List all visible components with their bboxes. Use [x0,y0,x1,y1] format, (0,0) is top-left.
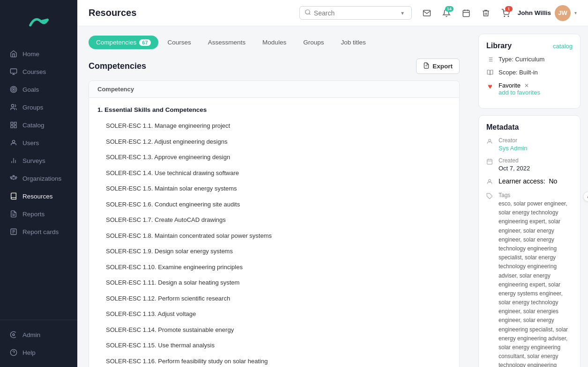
resources-icon [9,192,18,200]
logo[interactable] [25,7,53,36]
sidebar-item-courses[interactable]: Courses [0,63,77,81]
tag-icon [486,193,494,201]
table-row[interactable]: SOLER-ESC 1.8. Maintain concentrated sol… [89,228,459,244]
sidebar-item-organizations[interactable]: Organizations [0,169,77,187]
content-area: Competencies 67 Courses Assessments Modu… [77,26,588,367]
search-input[interactable] [314,9,398,17]
creator-icon [486,138,494,146]
sidebar-item-catalog[interactable]: Catalog [0,116,77,134]
svg-rect-21 [463,10,469,17]
sidebar-item-home[interactable]: Home [0,45,77,63]
table-row[interactable]: SOLER-ESC 1.3. Approve engineering desig… [89,149,459,165]
table-row[interactable]: SOLER-ESC 1.11. Design a solar heating s… [89,275,459,291]
tab-modules-label: Modules [262,39,286,46]
library-scope-row: Scope: Built-in [486,69,573,77]
tab-job-titles[interactable]: Job titles [333,36,373,49]
sidebar-item-users[interactable]: Users [0,134,77,152]
library-catalog-link[interactable]: catalog [553,43,573,50]
scope-icon [486,69,494,77]
sidebar-item-report-cards[interactable]: Report cards [0,223,77,241]
type-icon [486,56,494,64]
add-to-favorites-link[interactable]: add to favorites [499,89,540,96]
svg-point-26 [508,16,509,17]
search-dropdown-icon[interactable]: ▾ [401,10,404,16]
sidebar-item-admin[interactable]: Admin [0,326,77,344]
admin-icon [9,330,18,339]
table-row[interactable]: SOLER-ESC 1.7. Create AutoCAD drawings [89,212,459,228]
users-icon [9,139,18,147]
table-row[interactable]: SOLER-ESC 1.10. Examine engineering prin… [89,259,459,275]
library-type-row: Type: Curriculum [486,56,573,64]
svg-point-25 [504,16,505,17]
export-icon [423,62,430,70]
mail-button[interactable] [419,6,434,21]
search-icon [305,9,311,17]
sidebar-bottom: Admin Help [0,320,77,367]
tabs: Competencies 67 Courses Assessments Modu… [89,36,460,49]
table-row[interactable]: SOLER-ESC 1.9. Design solar energy syste… [89,243,459,259]
svg-point-34 [489,139,491,141]
header-icons: 14 1 John Willis JW ▾ [419,5,577,21]
table-col-label: Competency [97,86,134,93]
help-icon [9,348,18,357]
notification-badge: 14 [445,6,454,12]
sidebar-item-label: Organizations [22,175,61,182]
svg-point-9 [12,140,15,143]
sidebar-item-label: Report cards [22,228,59,235]
table-row[interactable]: 1. Essential Skills and Competences [89,101,459,118]
trash-button[interactable] [478,6,493,21]
right-panel: Library catalog Type: Curriculum [471,26,588,367]
sidebar-item-surveys[interactable]: Surveys [0,152,77,169]
tab-job-titles-label: Job titles [341,39,365,46]
sidebar-nav: Home Courses Goals Groups Catalog [0,45,77,320]
export-button[interactable]: Export [416,59,460,74]
page-title: Resources [89,7,136,18]
svg-line-20 [309,14,311,15]
table-row[interactable]: SOLER-ESC 1.6. Conduct engineering site … [89,197,459,213]
tab-courses[interactable]: Courses [160,36,199,49]
table-row[interactable]: SOLER-ESC 1.13. Adjust voltage [89,306,459,322]
sidebar-item-help[interactable]: Help [0,344,77,361]
user-chevron-icon: ▾ [574,10,577,15]
tab-modules[interactable]: Modules [255,36,294,49]
learner-access-row: Learner access: No [486,177,573,186]
calendar-button[interactable] [459,6,474,21]
table-row[interactable]: SOLER-ESC 1.2. Adjust engineering design… [89,134,459,150]
svg-rect-6 [14,122,16,125]
created-date: Oct 7, 2022 [499,165,530,172]
cart-button[interactable]: 1 [498,6,513,21]
tab-competencies[interactable]: Competencies 67 [89,36,158,49]
learner-access-value: No [549,177,558,185]
sidebar-item-label: Help [22,349,36,356]
sidebar-item-label: Resources [22,193,53,200]
table-row[interactable]: SOLER-ESC 1.15. Use thermal analysis [89,338,459,353]
sidebar: Home Courses Goals Groups Catalog [0,0,77,367]
table-row[interactable]: SOLER-ESC 1.16. Perform feasibility stud… [89,353,459,367]
table-row[interactable]: SOLER-ESC 1.5. Maintain solar energy sys… [89,181,459,197]
tab-groups[interactable]: Groups [296,36,331,49]
sidebar-item-goals[interactable]: Goals [0,81,77,98]
library-card: Library catalog Type: Curriculum [478,34,581,109]
library-favorite-row: ♥ Favorite ✕ add to favorites [486,82,573,96]
table-row[interactable]: SOLER-ESC 1.4. Use technical drawing sof… [89,165,459,181]
tab-assessments[interactable]: Assessments [201,36,253,49]
created-label: Created [499,157,530,164]
table-row[interactable]: SOLER-ESC 1.1. Manage engineering projec… [89,118,459,134]
sidebar-item-reports[interactable]: Reports [0,205,77,223]
table-row[interactable]: SOLER-ESC 1.14. Promote sustainable ener… [89,322,459,338]
svg-rect-0 [10,69,16,73]
tab-groups-label: Groups [303,39,324,46]
sidebar-item-groups[interactable]: Groups [0,98,77,116]
table-row[interactable]: SOLER-ESC 1.12. Perform scientific resea… [89,291,459,307]
user-info[interactable]: John Willis JW ▾ [518,5,577,21]
main-content: Competencies 67 Courses Assessments Modu… [77,26,471,367]
svg-point-2 [12,88,15,91]
search-bar[interactable]: ▾ [299,6,412,20]
svg-point-19 [305,10,310,14]
notification-button[interactable]: 14 [439,6,454,21]
learner-icon [486,178,494,186]
creator-value[interactable]: Sys Admin [499,145,527,152]
sidebar-item-resources[interactable]: Resources [0,187,77,205]
remove-favorite-button[interactable]: ✕ [524,82,529,89]
svg-rect-7 [11,125,13,128]
